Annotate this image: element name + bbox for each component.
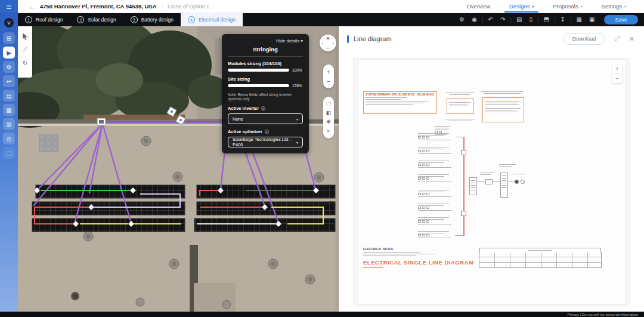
- sidebar-target-icon[interactable]: ◎: [3, 133, 15, 144]
- module-output-note: [481, 90, 525, 94]
- divider: |: [536, 17, 540, 23]
- chevron-down-icon: ▾: [581, 4, 583, 8]
- design-step-bar: 1 Roof design 2 Solar design 3 Battery d…: [18, 13, 644, 26]
- dc-combiner-node: [461, 150, 466, 155]
- download-icon[interactable]: ↧: [557, 13, 569, 26]
- inverter-box: [485, 179, 493, 184]
- map-zoom-control: + −: [323, 64, 334, 88]
- line-diagram-header: Line diagram Download ⤢ ✕: [339, 26, 644, 51]
- sidebar-settings-icon[interactable]: ⚙: [3, 61, 15, 73]
- north-marker-icon: [326, 36, 330, 39]
- locate-icon[interactable]: ➢: [326, 127, 331, 136]
- sidebar-media-icon[interactable]: ▦: [3, 104, 15, 116]
- redo-icon[interactable]: ↷: [497, 13, 509, 26]
- stringing-panel-title: Stringing: [228, 46, 303, 57]
- layers-icon[interactable]: ◧: [326, 109, 332, 118]
- diagram-title: ELECTRICAL SINGLE LINE DIAGRAM: [363, 259, 473, 266]
- divider: |: [553, 17, 557, 23]
- undo-icon[interactable]: ↶: [485, 13, 497, 26]
- interconnection-rule-box: [447, 99, 474, 114]
- string-schematic-6: [418, 202, 455, 211]
- sidebar-report-icon[interactable]: ▥: [3, 118, 15, 130]
- select-cursor-icon[interactable]: [20, 30, 30, 43]
- privacy-links[interactable]: Privacy | Do not sell my personal inform…: [567, 313, 638, 316]
- device-icon[interactable]: ▯: [525, 13, 536, 26]
- nav-proposals[interactable]: Proposals▾: [543, 0, 592, 13]
- string-schematic-4: [418, 173, 455, 181]
- map-canvas[interactable]: ⟋ ↻ + − ⬚ ◧ ✥ ➢ Hide details ▾ Stringing…: [18, 26, 339, 312]
- site-sizing-progress-bar: [228, 84, 289, 87]
- active-optimizer-label: Active optimizer: [228, 129, 262, 134]
- divider: |: [162, 4, 163, 10]
- sidebar-design-active-icon[interactable]: ▶: [3, 47, 15, 59]
- step-battery-design[interactable]: 3 Battery design: [123, 13, 181, 26]
- main-nav: Overview Designs▾ Proposals▾ Settings▾: [457, 0, 636, 13]
- fill-tool-icon[interactable]: ⬒: [540, 13, 553, 26]
- step-roof-design[interactable]: 1 Roof design: [18, 13, 70, 26]
- chevron-down-icon: ▾: [532, 4, 534, 8]
- view-mode-icon[interactable]: ⬚: [326, 100, 332, 109]
- nav-overview[interactable]: Overview: [457, 0, 500, 13]
- compass-control[interactable]: [320, 35, 336, 51]
- visibility-eye-icon[interactable]: ◉: [468, 13, 481, 26]
- diagram-zoom-out-button[interactable]: −: [615, 74, 619, 83]
- hide-details-toggle[interactable]: Hide details ▾: [228, 38, 303, 44]
- active-inverter-label: Active inverter: [228, 106, 259, 111]
- string-schematic-5: [418, 189, 455, 197]
- monitor-icon[interactable]: ▣: [586, 13, 598, 26]
- diagram-zoom-control: + −: [612, 64, 622, 83]
- zoom-in-button[interactable]: +: [327, 67, 330, 76]
- line-diagram-viewer[interactable]: + − SYSTEM SUMMARY STC (41,600 W DC - 36…: [353, 58, 630, 306]
- sidebar-apps-icon[interactable]: ⊞: [3, 32, 15, 44]
- pan-icon[interactable]: ✥: [326, 118, 331, 127]
- design-variant-name: Clone of Option 1: [168, 4, 209, 10]
- map-view-tools: ⬚ ◧ ✥ ➢: [323, 97, 334, 139]
- diagram-zoom-in-button[interactable]: +: [615, 64, 619, 73]
- hamburger-menu-icon[interactable]: ☰: [0, 0, 18, 13]
- string-schematic-8: [418, 230, 455, 238]
- sidebar-document-icon[interactable]: ▤: [3, 90, 15, 101]
- string-schematic-7: [418, 216, 455, 224]
- step-electrical-design[interactable]: 4 Electrical design: [181, 13, 243, 26]
- zoom-out-button[interactable]: −: [327, 76, 330, 86]
- string-schematic-2: [418, 146, 455, 154]
- module-output-box: [482, 97, 524, 122]
- dc-combiner-node: [461, 211, 466, 216]
- close-icon[interactable]: ✕: [629, 35, 634, 43]
- chevron-down-icon: ▾: [296, 140, 298, 144]
- stringing-panel: Hide details ▾ Stringing Modules strung …: [222, 34, 309, 153]
- divider: |: [509, 17, 513, 23]
- active-optimizer-select[interactable]: SolarEdge Technologies Ltd. - P400 ▾: [228, 137, 303, 147]
- combiner-box: [469, 177, 477, 195]
- screenshot-icon[interactable]: ▦: [573, 13, 586, 26]
- canvas-toolbar: ⚙ ◉ | ↶ ↷ | ▤ ▯ | ⬒ | ↧ | ▦ ▣ Save: [456, 13, 638, 26]
- modules-strung-label: Modules strung (104/104): [228, 61, 303, 66]
- line-diagram-title: Line diagram: [354, 35, 392, 42]
- rotate-tool-icon[interactable]: ↻: [20, 56, 30, 69]
- diagram-title-block: ELECTRICAL SINGLE LINE DIAGRAM: [363, 259, 473, 268]
- modules-progress-percent: 100%: [292, 68, 303, 72]
- nav-settings[interactable]: Settings▾: [592, 0, 636, 13]
- system-summary-box: SYSTEM SUMMARY STC (41,600 W DC - 36,180…: [363, 91, 437, 114]
- save-button[interactable]: Save: [604, 15, 638, 24]
- panel-note: [445, 118, 478, 121]
- site-sizing-label: Site sizing: [228, 76, 303, 82]
- top-bar: ← 4750 Hannover Pl, Fremont, CA 94538, U…: [18, 0, 644, 13]
- expand-icon[interactable]: ⤢: [615, 35, 620, 42]
- nav-designs[interactable]: Designs▾: [500, 0, 543, 13]
- settings-gear-icon[interactable]: ⚙: [456, 13, 468, 26]
- calculator-icon[interactable]: ▤: [513, 13, 525, 26]
- step-solar-design[interactable]: 2 Solar design: [70, 13, 123, 26]
- info-icon[interactable]: i: [261, 106, 265, 110]
- sidebar-share-icon[interactable]: ↩: [3, 75, 15, 87]
- active-inverter-select[interactable]: None ▾: [228, 113, 303, 124]
- back-arrow-icon[interactable]: ←: [29, 3, 35, 10]
- measure-tool-icon[interactable]: ⟋: [20, 43, 30, 56]
- app-window: ☰ ← 4750 Hannover Pl, Fremont, CA 94538,…: [0, 0, 644, 317]
- user-avatar[interactable]: V: [4, 18, 14, 27]
- string-schematic-1: [418, 132, 455, 140]
- chevron-down-icon: ▾: [296, 117, 298, 121]
- download-button[interactable]: Download: [564, 33, 605, 45]
- sidebar-more-icon[interactable]: ▢: [3, 147, 15, 159]
- info-icon[interactable]: i: [265, 130, 269, 134]
